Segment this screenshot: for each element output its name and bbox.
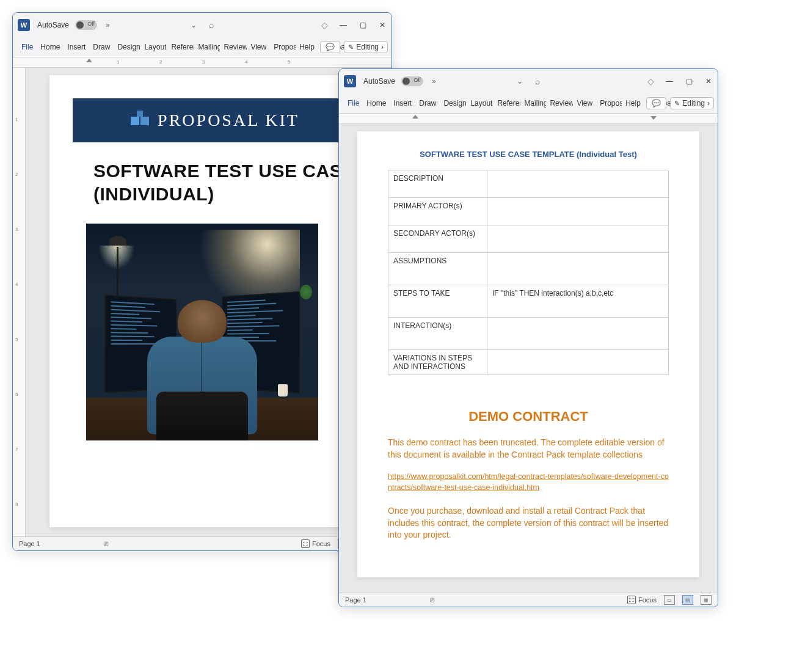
editing-mode-button[interactable]: ✎ Editing ›	[670, 97, 714, 109]
web-layout-button[interactable]: ▦	[701, 595, 712, 605]
page-indicator[interactable]: Page 1	[345, 596, 366, 604]
focus-icon: ⛶	[301, 539, 310, 548]
tab-view[interactable]: View	[573, 99, 596, 108]
autosave-label: AutoSave	[37, 21, 69, 29]
hero-image	[86, 224, 318, 440]
titlebar: W AutoSave Off » ⌄ ⌕ ◇ — ▢ ✕	[339, 69, 718, 93]
close-button[interactable]: ✕	[704, 77, 713, 86]
focus-icon: ⛶	[627, 596, 636, 604]
titlebar: W AutoSave Off » ⌄ ⌕ ◇ — ▢ ✕	[13, 13, 392, 37]
accessibility-icon[interactable]: ⎚	[104, 539, 108, 548]
document-title: SOFTWARE TEST USE CASE (INDIVIDUAL)	[93, 159, 355, 205]
tab-home[interactable]: Home	[363, 99, 390, 108]
table-row: INTERACTION(s)	[388, 318, 669, 350]
pen-icon: ✎	[674, 100, 680, 108]
search-icon[interactable]: ⌕	[535, 76, 540, 86]
table-row: ASSUMPTIONS	[388, 253, 669, 285]
tab-view[interactable]: View	[247, 43, 270, 51]
tab-references[interactable]: References	[494, 99, 520, 108]
template-table: DESCRIPTION PRIMARY ACTOR(s) SECONDARY A…	[388, 170, 669, 375]
accessibility-icon[interactable]: ⎚	[430, 596, 434, 604]
word-logo-icon: W	[18, 19, 30, 31]
ribbon-tabs: File Home Insert Draw Design Layout Refe…	[13, 37, 392, 57]
proposal-kit-logo-icon	[128, 109, 150, 131]
qat-overflow-icon[interactable]: »	[432, 77, 440, 86]
print-layout-button[interactable]: ▤	[682, 595, 693, 605]
tab-file[interactable]: File	[344, 99, 363, 108]
horizontal-ruler[interactable]: 1 2 3 4 5	[13, 57, 392, 68]
horizontal-ruler[interactable]	[339, 114, 718, 124]
tab-layout[interactable]: Layout	[140, 43, 167, 51]
statusbar: Page 1 ⎚ ⛶ Focus ▭ ▤ ▦	[13, 536, 392, 550]
tab-review[interactable]: Review	[546, 99, 573, 108]
document-page[interactable]: PROPOSAL KIT SOFTWARE TEST USE CASE (IND…	[49, 75, 355, 527]
word-window-2: W AutoSave Off » ⌄ ⌕ ◇ — ▢ ✕ File Home I…	[338, 68, 718, 607]
maximize-button[interactable]: ▢	[359, 21, 367, 29]
demo-link[interactable]: https://www.proposalkit.com/htm/legal-co…	[388, 472, 669, 493]
close-button[interactable]: ✕	[378, 21, 387, 29]
chevron-right-icon: ›	[707, 99, 710, 108]
tab-insert[interactable]: Insert	[390, 99, 415, 108]
read-mode-button[interactable]: ▭	[664, 595, 675, 605]
maximize-button[interactable]: ▢	[685, 77, 693, 86]
editing-mode-button[interactable]: ✎ Editing ›	[344, 41, 388, 53]
tab-help[interactable]: Help	[296, 43, 318, 51]
tab-references[interactable]: References	[167, 43, 194, 51]
autosave-toggle[interactable]: Off	[401, 76, 423, 86]
chevron-down-icon[interactable]: ⌄	[191, 21, 197, 29]
tab-design[interactable]: Design	[114, 43, 140, 51]
ribbon-tabs: File Home Insert Draw Design Layout Refe…	[339, 93, 718, 114]
word-window-1: W AutoSave Off » ⌄ ⌕ ◇ — ▢ ✕ File Home I…	[12, 12, 392, 551]
page-indicator[interactable]: Page 1	[19, 540, 40, 547]
tab-layout[interactable]: Layout	[467, 99, 494, 108]
tab-home[interactable]: Home	[37, 43, 64, 51]
table-row: STEPS TO TAKEIF "this" THEN interaction(…	[388, 285, 669, 318]
qat-overflow-icon[interactable]: »	[106, 21, 114, 29]
tab-mailings[interactable]: Mailings	[194, 43, 220, 51]
word-logo-icon: W	[344, 75, 356, 87]
minimize-button[interactable]: —	[339, 21, 348, 29]
autosave-toggle[interactable]: Off	[75, 20, 97, 30]
autosave-label: AutoSave	[363, 77, 395, 86]
table-row: DESCRIPTION	[388, 170, 669, 198]
pen-icon: ✎	[348, 43, 354, 51]
comments-button[interactable]: 💬	[646, 97, 666, 109]
statusbar: Page 1 ⎚ ⛶ Focus ▭ ▤ ▦	[339, 593, 718, 607]
table-row: SECONDARY ACTOR(s)	[388, 225, 669, 253]
focus-button[interactable]: ⛶ Focus	[301, 539, 330, 548]
tab-proposal[interactable]: Proposal	[596, 99, 622, 108]
tab-design[interactable]: Design	[440, 99, 467, 108]
tab-draw[interactable]: Draw	[415, 99, 440, 108]
banner-text: PROPOSAL KIT	[158, 111, 299, 130]
document-area[interactable]: 1 2 3 4 5 6 7 8 PROPOSAL KIT SOFTWARE TE…	[13, 68, 392, 536]
template-title: SOFTWARE TEST USE CASE TEMPLATE (Individ…	[388, 150, 669, 159]
tab-review[interactable]: Review	[220, 43, 247, 51]
focus-button[interactable]: ⛶ Focus	[627, 596, 657, 604]
chevron-right-icon: ›	[381, 43, 384, 51]
document-area[interactable]: SOFTWARE TEST USE CASE TEMPLATE (Individ…	[339, 124, 718, 593]
minimize-button[interactable]: —	[665, 77, 674, 86]
document-page[interactable]: SOFTWARE TEST USE CASE TEMPLATE (Individ…	[357, 131, 699, 577]
table-row: PRIMARY ACTOR(s)	[388, 198, 669, 225]
tab-help[interactable]: Help	[622, 99, 644, 108]
banner: PROPOSAL KIT	[73, 98, 355, 142]
demo-paragraph-2: Once you purchase, download and install …	[388, 505, 669, 541]
diamond-icon[interactable]: ◇	[647, 76, 654, 86]
tab-insert[interactable]: Insert	[64, 43, 89, 51]
comments-button[interactable]: 💬	[320, 41, 340, 53]
table-row: VARIATIONS IN STEPS AND INTERACTIONS	[388, 350, 669, 375]
tab-draw[interactable]: Draw	[89, 43, 114, 51]
tab-proposal[interactable]: Proposal	[270, 43, 296, 51]
demo-heading: DEMO CONTRACT	[388, 409, 669, 425]
chevron-down-icon[interactable]: ⌄	[517, 77, 523, 86]
diamond-icon[interactable]: ◇	[321, 20, 328, 30]
demo-paragraph-1: This demo contract has been truncated. T…	[388, 437, 669, 461]
vertical-ruler[interactable]: 1 2 3 4 5 6 7 8	[13, 68, 26, 536]
tab-file[interactable]: File	[18, 43, 37, 51]
search-icon[interactable]: ⌕	[209, 20, 214, 30]
tab-mailings[interactable]: Mailings	[520, 99, 546, 108]
